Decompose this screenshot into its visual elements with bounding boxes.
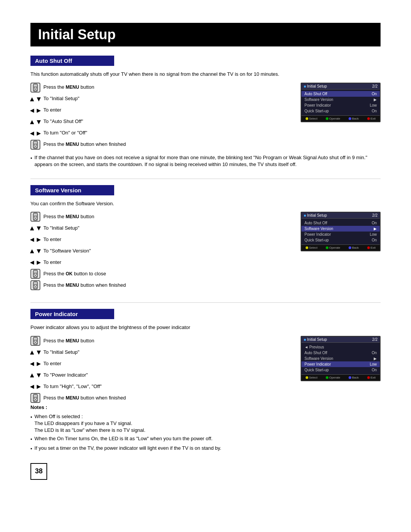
- notes-label: Notes :: [30, 404, 381, 410]
- svg-point-35: [35, 343, 36, 344]
- tv-screen-mockup: ■ Initial Setup2/2◄ PreviousAuto Shut Of…: [301, 336, 381, 381]
- svg-point-40: [36, 399, 37, 400]
- step-text: To enter: [43, 107, 61, 113]
- svg-rect-13: [34, 214, 37, 216]
- step-text: Press the MENU button when finished: [43, 141, 126, 148]
- step-row: ▲▼To "Power Indicator": [30, 370, 292, 380]
- step-text: To "Initial Setup": [43, 95, 80, 102]
- step-text: To enter: [43, 259, 61, 266]
- step-row: ◄►To enter: [30, 359, 292, 369]
- page-number: 38: [30, 463, 47, 480]
- svg-point-4: [36, 88, 37, 89]
- section-power-indicator: Power IndicatorPower indicator allows yo…: [30, 309, 381, 452]
- step-row: Press the MENU button: [30, 83, 292, 93]
- step-text: Press the MENU button: [43, 84, 94, 91]
- step-row: ▲▼To "Initial Setup": [30, 94, 292, 104]
- note-text: If the channel that you have on does not…: [35, 154, 381, 168]
- step-text: To turn "High", "Low", "Off": [43, 383, 102, 390]
- steps-software-version: Press the MENU button▲▼To "Initial Setup…: [30, 212, 292, 292]
- svg-point-27: [34, 286, 35, 287]
- svg-point-16: [36, 218, 37, 219]
- page-title: Initial Setup: [30, 23, 381, 46]
- step-row: ▲▼To "Initial Setup": [30, 347, 292, 357]
- step-text: To "Power Indicator": [43, 372, 88, 379]
- section-header-power-indicator: Power Indicator: [30, 309, 114, 319]
- step-text: Press the OK button to close: [43, 270, 106, 277]
- svg-rect-1: [34, 85, 37, 86]
- svg-point-22: [36, 275, 37, 276]
- svg-point-28: [36, 286, 37, 287]
- section-desc-software-version: You can confirm the Software Version.: [30, 200, 381, 208]
- section-desc-power-indicator: Power indicator allows you to adjust the…: [30, 324, 381, 331]
- tv-screen-mockup: ■ Initial Setup2/2Auto Shut OffOnSoftwar…: [301, 83, 381, 122]
- svg-point-23: [35, 276, 36, 277]
- tv-screen-mockup: ■ Initial Setup2/2Auto Shut OffOnSoftwar…: [301, 212, 381, 251]
- svg-point-39: [34, 399, 35, 400]
- svg-point-17: [35, 219, 36, 220]
- step-row: Press the MENU button: [30, 212, 292, 222]
- step-row: ▲▼To "Software Version": [30, 246, 292, 256]
- step-text: To enter: [43, 360, 61, 367]
- svg-point-14: [35, 217, 36, 218]
- svg-point-10: [36, 145, 37, 146]
- step-row: ◄►To turn "High", "Low", "Off": [30, 382, 292, 391]
- step-row: ◄►To enter: [30, 257, 292, 267]
- bullet-dot: •: [30, 414, 32, 434]
- section-auto-shut-off: Auto Shut OffThis function automatically…: [30, 56, 381, 168]
- step-text: To "Software Version": [43, 248, 91, 254]
- step-row: Press the MENU button when finished: [30, 280, 292, 290]
- svg-point-3: [34, 88, 35, 89]
- section-header-software-version: Software Version: [30, 185, 114, 195]
- svg-point-5: [35, 89, 36, 90]
- svg-rect-25: [34, 282, 37, 284]
- svg-point-33: [34, 342, 35, 343]
- note-item: •If the channel that you have on does no…: [30, 154, 381, 168]
- step-text: Press the MENU button when finished: [43, 395, 126, 401]
- step-text: To "Auto Shut Off": [43, 118, 83, 125]
- step-text: To "Initial Setup": [43, 225, 80, 232]
- step-text: Press the MENU button when finished: [43, 282, 126, 289]
- note-text: When the On Timer turns On, the LED is l…: [35, 435, 213, 443]
- note-item: •When Off is selected : The LED disappea…: [30, 413, 381, 434]
- note-text: If you set a timer on the TV, the power …: [35, 445, 221, 452]
- step-text: Press the MENU button: [43, 213, 94, 220]
- bullet-dot: •: [30, 155, 32, 168]
- step-row: Press the MENU button when finished: [30, 140, 292, 150]
- svg-point-11: [35, 147, 36, 147]
- notes-list: •If the channel that you have on does no…: [30, 154, 381, 168]
- note-text: When Off is selected : The LED disappear…: [35, 413, 146, 434]
- section-software-version: Software VersionYou can confirm the Soft…: [30, 185, 381, 292]
- step-row: ▲▼To "Initial Setup": [30, 223, 292, 233]
- steps-auto-shut-off: Press the MENU button▲▼To "Initial Setup…: [30, 83, 292, 151]
- step-text: To "Initial Setup": [43, 349, 80, 356]
- svg-rect-37: [34, 395, 37, 397]
- svg-rect-19: [34, 271, 37, 273]
- step-row: ◄►To enter: [30, 235, 292, 244]
- note-item: •If you set a timer on the TV, the power…: [30, 445, 381, 452]
- notes-list: •When Off is selected : The LED disappea…: [30, 413, 381, 452]
- svg-point-15: [34, 218, 35, 219]
- step-text: To turn "On" or "Off": [43, 129, 87, 136]
- step-row: ◄►To enter: [30, 105, 292, 115]
- note-item: •When the On Timer turns On, the LED is …: [30, 435, 381, 443]
- svg-point-41: [35, 400, 36, 401]
- step-row: Press the MENU button when finished: [30, 393, 292, 403]
- svg-point-29: [35, 288, 36, 288]
- step-row: ▲▼To "Auto Shut Off": [30, 117, 292, 127]
- svg-point-26: [35, 285, 36, 286]
- bullet-dot: •: [30, 446, 32, 452]
- svg-point-32: [35, 340, 36, 342]
- svg-rect-7: [34, 142, 37, 144]
- section-desc-auto-shut-off: This function automatically shuts off yo…: [30, 70, 381, 78]
- svg-point-21: [34, 275, 35, 276]
- svg-point-8: [35, 144, 36, 145]
- step-text: To enter: [43, 236, 61, 243]
- steps-power-indicator: Press the MENU button▲▼To "Initial Setup…: [30, 336, 292, 404]
- svg-point-20: [35, 274, 36, 275]
- step-row: Press the OK button to close: [30, 269, 292, 279]
- step-text: Press the MENU button: [43, 337, 94, 344]
- svg-rect-31: [34, 338, 37, 340]
- step-row: ◄►To turn "On" or "Off": [30, 128, 292, 138]
- bullet-dot: •: [30, 436, 32, 443]
- svg-point-38: [35, 398, 36, 399]
